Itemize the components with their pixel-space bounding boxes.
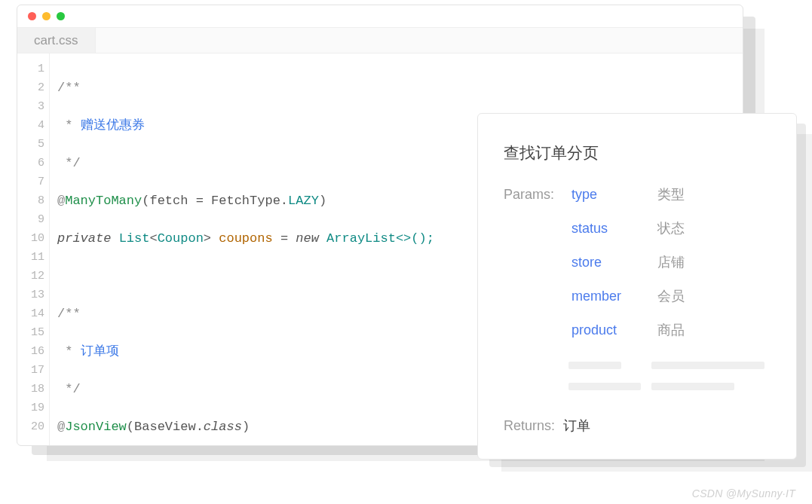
- popover-title: 查找订单分页: [504, 141, 771, 165]
- skeleton-bar: [568, 383, 641, 390]
- param-desc: 店铺: [657, 252, 771, 273]
- skeleton-bar: [568, 362, 621, 369]
- returns-label: Returns:: [504, 418, 555, 433]
- doc-popover-wrapper: 查找订单分页 Params: type 类型 status 状态 store 店…: [477, 113, 797, 460]
- param-name: product: [571, 320, 654, 341]
- zoom-icon[interactable]: [57, 12, 65, 20]
- params-label: Params:: [504, 185, 568, 205]
- param-desc: 类型: [657, 185, 771, 205]
- returns-value: 订单: [563, 418, 590, 433]
- params-skeleton: [504, 362, 771, 390]
- param-desc: 商品: [657, 320, 771, 341]
- watermark: CSDN @MySunny·IT: [692, 487, 795, 499]
- param-name: member: [571, 286, 654, 307]
- tab-label: cart.css: [34, 33, 78, 48]
- skeleton-bar: [651, 383, 734, 390]
- skeleton-bar: [651, 362, 765, 369]
- param-name: store: [571, 252, 654, 273]
- tab-cart-css[interactable]: cart.css: [17, 28, 96, 53]
- line-number-gutter: 1 2 3 4 5 6 7 8 9 10 11 12 13 14 15 16 1…: [17, 53, 49, 445]
- close-icon[interactable]: [28, 12, 36, 20]
- returns-section: Returns: 订单: [504, 416, 771, 436]
- param-name: status: [571, 218, 654, 239]
- minimize-icon[interactable]: [42, 12, 51, 20]
- param-name: type: [571, 185, 654, 205]
- window-titlebar: [17, 5, 743, 28]
- doc-popover: 查找订单分页 Params: type 类型 status 状态 store 店…: [477, 113, 797, 460]
- param-desc: 会员: [657, 286, 771, 307]
- params-section: Params: type 类型 status 状态 store 店铺 membe…: [504, 185, 771, 341]
- param-desc: 状态: [657, 218, 771, 239]
- tab-bar: cart.css: [17, 28, 743, 53]
